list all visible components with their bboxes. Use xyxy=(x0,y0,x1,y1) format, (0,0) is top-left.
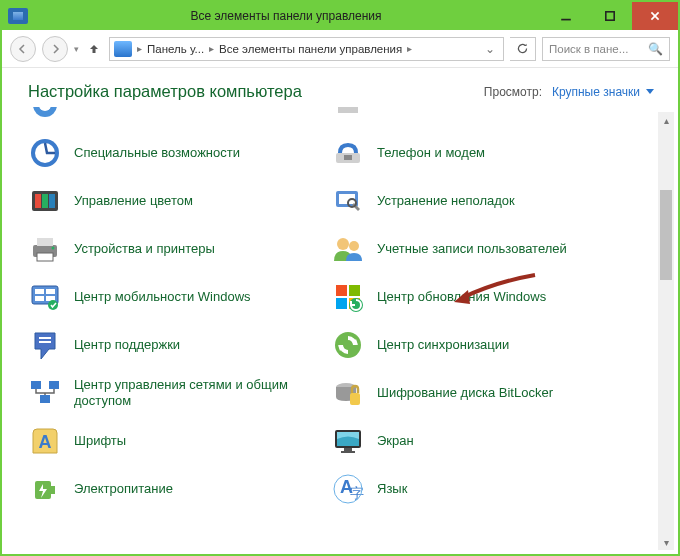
item-windows-update[interactable]: Центр обновления Windows xyxy=(331,273,616,321)
accessibility-icon xyxy=(28,136,62,170)
item-sync-center[interactable]: Центр синхронизации xyxy=(331,321,616,369)
svg-point-15 xyxy=(52,247,55,250)
item-devices-printers[interactable]: Устройства и принтеры xyxy=(28,225,313,273)
item-power-options[interactable]: Электропитание xyxy=(28,465,313,513)
nav-up-button[interactable] xyxy=(85,42,103,56)
app-icon xyxy=(8,8,28,24)
phone-modem-icon xyxy=(331,136,365,170)
svg-rect-26 xyxy=(40,395,50,403)
location-icon xyxy=(114,41,132,57)
svg-rect-23 xyxy=(39,341,51,343)
item-phone-modem[interactable]: Телефон и модем xyxy=(331,129,616,177)
nav-back-button[interactable] xyxy=(10,36,36,62)
window-controls xyxy=(544,2,678,30)
mobility-center-icon xyxy=(28,280,62,314)
item-label: Управление цветом xyxy=(74,193,193,209)
svg-rect-30 xyxy=(338,107,358,113)
svg-rect-13 xyxy=(37,238,53,246)
fonts-icon: A xyxy=(28,424,62,458)
item-label: Устройства и принтеры xyxy=(74,241,215,257)
item-label: Учетные записи пользователей xyxy=(377,241,567,257)
chevron-right-icon[interactable]: ▸ xyxy=(135,43,144,54)
item-label: Центр управления сетями и общим доступом xyxy=(74,377,289,408)
item-label: Экран xyxy=(377,433,414,449)
generic-icon xyxy=(28,107,62,122)
svg-rect-50 xyxy=(341,451,355,453)
svg-point-21 xyxy=(48,300,58,310)
breadcrumb-segment[interactable]: Панель у... xyxy=(147,43,204,55)
control-panel-window: Все элементы панели управления ▾ ▸ Панел… xyxy=(0,0,680,556)
item-network-sharing[interactable]: Центр управления сетями и общим доступом xyxy=(28,369,313,417)
user-accounts-icon xyxy=(331,232,365,266)
svg-rect-41 xyxy=(336,298,347,309)
svg-rect-11 xyxy=(49,194,55,208)
item-troubleshooting[interactable]: Устранение неполадок xyxy=(331,177,616,225)
item-fonts[interactable]: A Шрифты xyxy=(28,417,313,465)
search-input[interactable]: Поиск в пане... 🔍 xyxy=(542,37,670,61)
chevron-right-icon[interactable]: ▸ xyxy=(207,43,216,54)
item-accessibility[interactable]: Специальные возможности xyxy=(28,129,313,177)
sync-center-icon xyxy=(331,328,365,362)
troubleshooting-icon xyxy=(331,184,365,218)
refresh-button[interactable] xyxy=(510,37,536,61)
svg-rect-29 xyxy=(51,486,55,494)
svg-point-37 xyxy=(337,238,349,250)
svg-rect-33 xyxy=(344,155,352,160)
item-bitlocker[interactable]: Шифрование диска BitLocker xyxy=(331,369,616,417)
view-dropdown[interactable]: Крупные значки xyxy=(552,85,654,99)
scroll-thumb[interactable] xyxy=(660,190,672,280)
vertical-scrollbar[interactable]: ▴ ▾ xyxy=(658,112,674,550)
item-label: Центр мобильности Windows xyxy=(74,289,251,305)
svg-rect-18 xyxy=(46,289,55,294)
power-options-icon xyxy=(28,472,62,506)
breadcrumb-segment[interactable]: Все элементы панели управления xyxy=(219,43,402,55)
items-column-left: Специальные возможности Управление цвето… xyxy=(28,107,313,527)
svg-point-44 xyxy=(335,332,361,358)
svg-rect-10 xyxy=(42,194,48,208)
item-label: Язык xyxy=(377,481,407,497)
list-item[interactable] xyxy=(331,107,616,129)
svg-rect-24 xyxy=(31,381,41,389)
svg-point-38 xyxy=(349,241,359,251)
titlebar: Все элементы панели управления xyxy=(2,2,678,30)
navigation-bar: ▾ ▸ Панель у... ▸ Все элементы панели уп… xyxy=(2,30,678,68)
generic-icon xyxy=(331,107,365,122)
minimize-button[interactable] xyxy=(544,2,588,30)
svg-text:A: A xyxy=(39,432,52,452)
item-action-center[interactable]: Центр поддержки xyxy=(28,321,313,369)
svg-rect-19 xyxy=(35,296,44,301)
view-mode: Просмотр: Крупные значки xyxy=(484,85,654,99)
list-item[interactable] xyxy=(28,107,313,129)
view-label: Просмотр: xyxy=(484,85,542,99)
page-heading: Настройка параметров компьютера xyxy=(28,82,302,101)
item-mobility-center[interactable]: Центр мобильности Windows xyxy=(28,273,313,321)
close-button[interactable] xyxy=(632,2,678,30)
item-label: Электропитание xyxy=(74,481,173,497)
item-color-management[interactable]: Управление цветом xyxy=(28,177,313,225)
breadcrumb-dropdown-icon[interactable]: ⌄ xyxy=(481,42,499,56)
content-area: Настройка параметров компьютера Просмотр… xyxy=(2,68,678,554)
content-header: Настройка параметров компьютера Просмотр… xyxy=(28,82,654,101)
maximize-button[interactable] xyxy=(588,2,632,30)
display-icon xyxy=(331,424,365,458)
item-display[interactable]: Экран xyxy=(331,417,616,465)
action-center-icon xyxy=(28,328,62,362)
color-management-icon xyxy=(28,184,62,218)
chevron-right-icon[interactable]: ▸ xyxy=(405,43,414,54)
svg-rect-49 xyxy=(344,448,352,451)
breadcrumb-bar[interactable]: ▸ Панель у... ▸ Все элементы панели упра… xyxy=(109,37,504,61)
item-label: Центр обновления Windows xyxy=(377,289,546,305)
svg-rect-1 xyxy=(606,12,614,20)
scroll-up-button[interactable]: ▴ xyxy=(658,112,674,128)
svg-rect-9 xyxy=(35,194,41,208)
item-user-accounts[interactable]: Учетные записи пользователей xyxy=(331,225,616,273)
search-icon: 🔍 xyxy=(648,42,663,56)
recent-dropdown-icon[interactable]: ▾ xyxy=(74,44,79,54)
nav-forward-button[interactable] xyxy=(42,36,68,62)
scroll-down-button[interactable]: ▾ xyxy=(658,534,674,550)
svg-rect-22 xyxy=(39,337,51,339)
bitlocker-icon xyxy=(331,376,365,410)
svg-rect-17 xyxy=(35,289,44,294)
svg-rect-40 xyxy=(349,285,360,296)
item-language[interactable]: A字 Язык xyxy=(331,465,616,513)
